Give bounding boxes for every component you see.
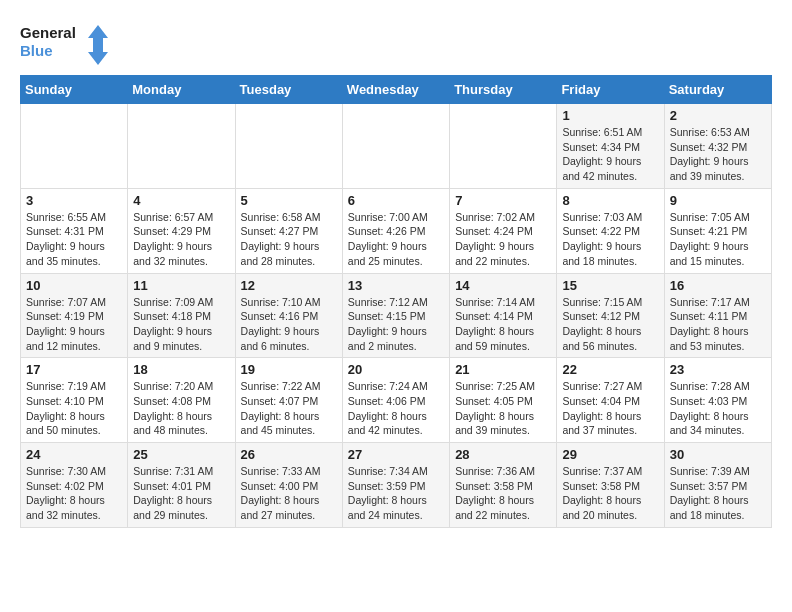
day-cell: 30Sunrise: 7:39 AM Sunset: 3:57 PM Dayli… (664, 443, 771, 528)
day-cell: 14Sunrise: 7:14 AM Sunset: 4:14 PM Dayli… (450, 273, 557, 358)
day-cell: 25Sunrise: 7:31 AM Sunset: 4:01 PM Dayli… (128, 443, 235, 528)
day-cell: 11Sunrise: 7:09 AM Sunset: 4:18 PM Dayli… (128, 273, 235, 358)
day-info: Sunrise: 6:51 AM Sunset: 4:34 PM Dayligh… (562, 125, 658, 184)
day-number: 10 (26, 278, 122, 293)
week-row-1: 1Sunrise: 6:51 AM Sunset: 4:34 PM Daylig… (21, 104, 772, 189)
day-info: Sunrise: 7:28 AM Sunset: 4:03 PM Dayligh… (670, 379, 766, 438)
day-number: 20 (348, 362, 444, 377)
weekday-header-friday: Friday (557, 76, 664, 104)
svg-text:Blue: Blue (20, 42, 53, 59)
day-number: 9 (670, 193, 766, 208)
day-cell: 24Sunrise: 7:30 AM Sunset: 4:02 PM Dayli… (21, 443, 128, 528)
day-cell: 7Sunrise: 7:02 AM Sunset: 4:24 PM Daylig… (450, 188, 557, 273)
day-info: Sunrise: 7:39 AM Sunset: 3:57 PM Dayligh… (670, 464, 766, 523)
day-info: Sunrise: 7:20 AM Sunset: 4:08 PM Dayligh… (133, 379, 229, 438)
day-cell: 19Sunrise: 7:22 AM Sunset: 4:07 PM Dayli… (235, 358, 342, 443)
weekday-header-saturday: Saturday (664, 76, 771, 104)
day-number: 8 (562, 193, 658, 208)
day-number: 29 (562, 447, 658, 462)
day-number: 27 (348, 447, 444, 462)
day-number: 16 (670, 278, 766, 293)
day-cell: 26Sunrise: 7:33 AM Sunset: 4:00 PM Dayli… (235, 443, 342, 528)
day-info: Sunrise: 7:33 AM Sunset: 4:00 PM Dayligh… (241, 464, 337, 523)
day-cell: 27Sunrise: 7:34 AM Sunset: 3:59 PM Dayli… (342, 443, 449, 528)
day-info: Sunrise: 7:10 AM Sunset: 4:16 PM Dayligh… (241, 295, 337, 354)
day-number: 18 (133, 362, 229, 377)
header: General Blue (20, 20, 772, 65)
weekday-header-row: SundayMondayTuesdayWednesdayThursdayFrid… (21, 76, 772, 104)
day-number: 15 (562, 278, 658, 293)
day-info: Sunrise: 7:22 AM Sunset: 4:07 PM Dayligh… (241, 379, 337, 438)
day-info: Sunrise: 7:19 AM Sunset: 4:10 PM Dayligh… (26, 379, 122, 438)
week-row-3: 10Sunrise: 7:07 AM Sunset: 4:19 PM Dayli… (21, 273, 772, 358)
day-cell: 28Sunrise: 7:36 AM Sunset: 3:58 PM Dayli… (450, 443, 557, 528)
day-info: Sunrise: 7:05 AM Sunset: 4:21 PM Dayligh… (670, 210, 766, 269)
day-cell: 23Sunrise: 7:28 AM Sunset: 4:03 PM Dayli… (664, 358, 771, 443)
day-number: 17 (26, 362, 122, 377)
day-number: 13 (348, 278, 444, 293)
day-cell: 21Sunrise: 7:25 AM Sunset: 4:05 PM Dayli… (450, 358, 557, 443)
day-cell (450, 104, 557, 189)
week-row-2: 3Sunrise: 6:55 AM Sunset: 4:31 PM Daylig… (21, 188, 772, 273)
day-number: 4 (133, 193, 229, 208)
day-number: 6 (348, 193, 444, 208)
day-cell: 29Sunrise: 7:37 AM Sunset: 3:58 PM Dayli… (557, 443, 664, 528)
weekday-header-monday: Monday (128, 76, 235, 104)
day-info: Sunrise: 6:53 AM Sunset: 4:32 PM Dayligh… (670, 125, 766, 184)
week-row-5: 24Sunrise: 7:30 AM Sunset: 4:02 PM Dayli… (21, 443, 772, 528)
day-cell: 16Sunrise: 7:17 AM Sunset: 4:11 PM Dayli… (664, 273, 771, 358)
weekday-header-tuesday: Tuesday (235, 76, 342, 104)
logo: General Blue (20, 20, 110, 65)
day-info: Sunrise: 7:31 AM Sunset: 4:01 PM Dayligh… (133, 464, 229, 523)
day-number: 25 (133, 447, 229, 462)
day-info: Sunrise: 6:55 AM Sunset: 4:31 PM Dayligh… (26, 210, 122, 269)
day-info: Sunrise: 6:57 AM Sunset: 4:29 PM Dayligh… (133, 210, 229, 269)
day-info: Sunrise: 6:58 AM Sunset: 4:27 PM Dayligh… (241, 210, 337, 269)
day-cell: 2Sunrise: 6:53 AM Sunset: 4:32 PM Daylig… (664, 104, 771, 189)
day-cell: 18Sunrise: 7:20 AM Sunset: 4:08 PM Dayli… (128, 358, 235, 443)
calendar: SundayMondayTuesdayWednesdayThursdayFrid… (20, 75, 772, 528)
logo-svg: General Blue (20, 20, 110, 65)
day-cell (342, 104, 449, 189)
day-number: 12 (241, 278, 337, 293)
day-cell: 1Sunrise: 6:51 AM Sunset: 4:34 PM Daylig… (557, 104, 664, 189)
day-info: Sunrise: 7:14 AM Sunset: 4:14 PM Dayligh… (455, 295, 551, 354)
day-number: 21 (455, 362, 551, 377)
weekday-header-sunday: Sunday (21, 76, 128, 104)
day-info: Sunrise: 7:12 AM Sunset: 4:15 PM Dayligh… (348, 295, 444, 354)
day-info: Sunrise: 7:02 AM Sunset: 4:24 PM Dayligh… (455, 210, 551, 269)
day-cell: 3Sunrise: 6:55 AM Sunset: 4:31 PM Daylig… (21, 188, 128, 273)
day-info: Sunrise: 7:03 AM Sunset: 4:22 PM Dayligh… (562, 210, 658, 269)
day-number: 1 (562, 108, 658, 123)
day-info: Sunrise: 7:34 AM Sunset: 3:59 PM Dayligh… (348, 464, 444, 523)
day-cell: 5Sunrise: 6:58 AM Sunset: 4:27 PM Daylig… (235, 188, 342, 273)
day-info: Sunrise: 7:27 AM Sunset: 4:04 PM Dayligh… (562, 379, 658, 438)
day-info: Sunrise: 7:00 AM Sunset: 4:26 PM Dayligh… (348, 210, 444, 269)
day-cell (21, 104, 128, 189)
day-number: 11 (133, 278, 229, 293)
day-cell: 22Sunrise: 7:27 AM Sunset: 4:04 PM Dayli… (557, 358, 664, 443)
day-info: Sunrise: 7:09 AM Sunset: 4:18 PM Dayligh… (133, 295, 229, 354)
day-number: 26 (241, 447, 337, 462)
day-cell: 15Sunrise: 7:15 AM Sunset: 4:12 PM Dayli… (557, 273, 664, 358)
day-number: 22 (562, 362, 658, 377)
day-number: 23 (670, 362, 766, 377)
day-info: Sunrise: 7:36 AM Sunset: 3:58 PM Dayligh… (455, 464, 551, 523)
day-number: 7 (455, 193, 551, 208)
day-number: 3 (26, 193, 122, 208)
day-cell: 10Sunrise: 7:07 AM Sunset: 4:19 PM Dayli… (21, 273, 128, 358)
day-cell (235, 104, 342, 189)
day-info: Sunrise: 7:17 AM Sunset: 4:11 PM Dayligh… (670, 295, 766, 354)
day-number: 28 (455, 447, 551, 462)
week-row-4: 17Sunrise: 7:19 AM Sunset: 4:10 PM Dayli… (21, 358, 772, 443)
day-info: Sunrise: 7:07 AM Sunset: 4:19 PM Dayligh… (26, 295, 122, 354)
day-cell: 17Sunrise: 7:19 AM Sunset: 4:10 PM Dayli… (21, 358, 128, 443)
day-info: Sunrise: 7:25 AM Sunset: 4:05 PM Dayligh… (455, 379, 551, 438)
day-info: Sunrise: 7:24 AM Sunset: 4:06 PM Dayligh… (348, 379, 444, 438)
day-number: 19 (241, 362, 337, 377)
day-info: Sunrise: 7:15 AM Sunset: 4:12 PM Dayligh… (562, 295, 658, 354)
day-cell: 6Sunrise: 7:00 AM Sunset: 4:26 PM Daylig… (342, 188, 449, 273)
day-number: 2 (670, 108, 766, 123)
weekday-header-thursday: Thursday (450, 76, 557, 104)
day-number: 30 (670, 447, 766, 462)
